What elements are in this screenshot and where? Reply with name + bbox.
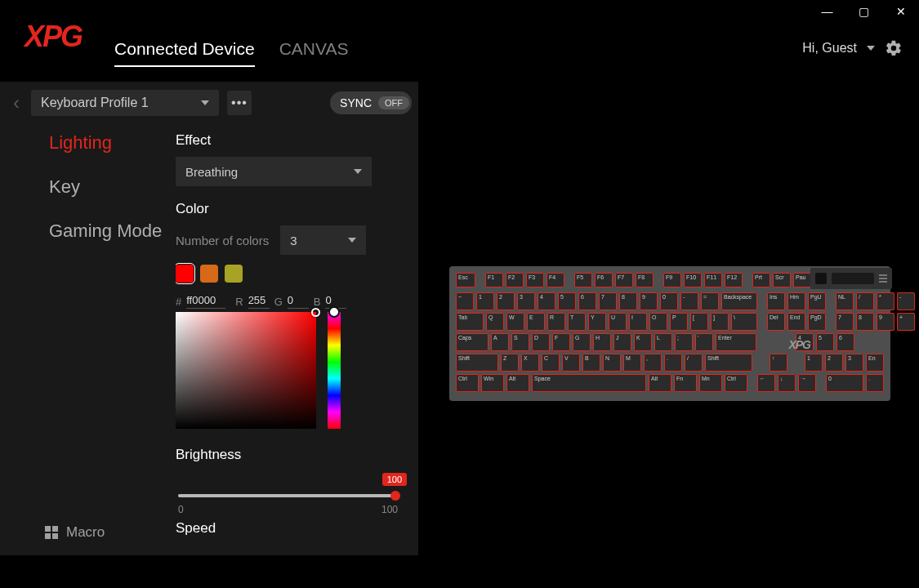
key-f7[interactable]: F7 xyxy=(615,273,633,287)
key-x[interactable]: X xyxy=(521,354,539,372)
key-f[interactable]: F xyxy=(552,333,570,351)
key-[interactable]: ' xyxy=(695,333,713,351)
key-f2[interactable]: F2 xyxy=(506,273,524,287)
key-mn[interactable]: Mn xyxy=(699,374,722,392)
back-icon[interactable]: ‹ xyxy=(13,91,20,114)
brightness-thumb[interactable] xyxy=(390,491,400,501)
key-pgu[interactable]: PgU xyxy=(808,292,826,310)
key-5[interactable]: 5 xyxy=(558,292,576,310)
key-u[interactable]: U xyxy=(609,313,627,331)
key-ctrl[interactable]: Ctrl xyxy=(456,374,479,392)
key-enter[interactable]: Enter xyxy=(716,333,756,351)
key-space[interactable]: Space xyxy=(532,374,646,392)
key-k[interactable]: K xyxy=(634,333,652,351)
key-f12[interactable]: F12 xyxy=(725,273,743,287)
key-o[interactable]: O xyxy=(649,313,667,331)
key-0[interactable]: 0 xyxy=(660,292,678,310)
key-[interactable]: , xyxy=(644,354,662,372)
key-l[interactable]: L xyxy=(654,333,672,351)
nav-gaming-mode[interactable]: Gaming Mode xyxy=(49,220,163,242)
key-a[interactable]: A xyxy=(491,333,509,351)
key-en[interactable]: En xyxy=(866,354,884,372)
key-e[interactable]: E xyxy=(527,313,545,331)
key-v[interactable]: V xyxy=(562,354,580,372)
key-g[interactable]: G xyxy=(573,333,591,351)
key-n[interactable]: N xyxy=(603,354,621,372)
hue-picker[interactable] xyxy=(328,312,341,429)
key-[interactable]: ~ xyxy=(456,292,474,310)
key-alt[interactable]: Alt xyxy=(506,374,529,392)
tab-canvas[interactable]: CANVAS xyxy=(279,39,349,67)
sv-handle[interactable] xyxy=(311,308,320,317)
key-6[interactable]: 6 xyxy=(578,292,596,310)
key-[interactable]: = xyxy=(701,292,719,310)
key-end[interactable]: End xyxy=(787,313,805,331)
key-[interactable]: . xyxy=(664,354,682,372)
effect-dropdown[interactable]: Breathing xyxy=(176,157,372,186)
settings-icon[interactable] xyxy=(885,39,903,57)
key-[interactable]: [ xyxy=(690,313,708,331)
key-esc[interactable]: Esc xyxy=(456,273,475,287)
numcolors-dropdown[interactable]: 3 xyxy=(280,225,366,255)
key-3[interactable]: 3 xyxy=(845,354,863,372)
key-f5[interactable]: F5 xyxy=(574,273,592,287)
key-scr[interactable]: Scr xyxy=(773,273,791,287)
key-h[interactable]: H xyxy=(593,333,611,351)
key-[interactable]: - xyxy=(680,292,698,310)
key-f6[interactable]: F6 xyxy=(595,273,613,287)
key-[interactable]: / xyxy=(685,354,703,372)
key-hm[interactable]: Hm xyxy=(787,292,805,310)
key-7[interactable]: 7 xyxy=(836,313,854,331)
key-y[interactable]: Y xyxy=(588,313,606,331)
key-pau[interactable]: Pau xyxy=(793,273,811,287)
key-backspace[interactable]: Backspace xyxy=(721,292,757,310)
key-[interactable]: → xyxy=(798,374,816,392)
close-button[interactable]: ✕ xyxy=(882,0,919,23)
key-[interactable]: * xyxy=(877,292,894,310)
key-t[interactable]: T xyxy=(568,313,586,331)
user-dropdown-icon[interactable] xyxy=(867,46,875,51)
key-8[interactable]: 8 xyxy=(856,313,874,331)
key-ctrl[interactable]: Ctrl xyxy=(725,374,747,392)
key-6[interactable]: 6 xyxy=(836,333,854,351)
brightness-slider[interactable]: 100 0 100 xyxy=(176,471,400,512)
key-z[interactable]: Z xyxy=(501,354,519,372)
key-r[interactable]: R xyxy=(547,313,565,331)
key-9[interactable]: 9 xyxy=(640,292,658,310)
key-pgd[interactable]: PgD xyxy=(808,313,826,331)
key-w[interactable]: W xyxy=(506,313,524,331)
g-input[interactable] xyxy=(288,294,309,309)
key-q[interactable]: Q xyxy=(486,313,504,331)
key-[interactable]: - xyxy=(897,292,915,310)
key-tab[interactable]: Tab xyxy=(456,313,484,331)
maximize-button[interactable]: ▢ xyxy=(845,0,882,23)
key-caps[interactable]: Caps xyxy=(456,333,488,351)
key-nl[interactable]: NL xyxy=(836,292,854,310)
key-j[interactable]: J xyxy=(613,333,631,351)
swatch-2[interactable] xyxy=(200,265,218,283)
key-4[interactable]: 4 xyxy=(538,292,555,310)
key-3[interactable]: 3 xyxy=(517,292,535,310)
key-ins[interactable]: Ins xyxy=(767,292,785,310)
key-win[interactable]: Win xyxy=(481,374,504,392)
minimize-button[interactable]: — xyxy=(809,0,845,23)
sync-toggle[interactable]: SYNC OFF xyxy=(330,91,412,114)
nav-macro[interactable]: Macro xyxy=(45,524,105,541)
tab-connected-device[interactable]: Connected Device xyxy=(114,39,255,67)
key-9[interactable]: 9 xyxy=(877,313,894,331)
key-i[interactable]: I xyxy=(629,313,647,331)
key-b[interactable]: B xyxy=(582,354,600,372)
key-8[interactable]: 8 xyxy=(619,292,637,310)
key-2[interactable]: 2 xyxy=(497,292,515,310)
key-[interactable]: / xyxy=(856,292,874,310)
key-2[interactable]: 2 xyxy=(825,354,843,372)
key-c[interactable]: C xyxy=(542,354,560,372)
key-0[interactable]: 0 xyxy=(826,374,863,392)
key-[interactable]: ↓ xyxy=(778,374,796,392)
r-input[interactable] xyxy=(248,294,270,309)
key-[interactable]: + xyxy=(897,313,915,331)
hex-input[interactable] xyxy=(186,294,225,309)
key-[interactable]: ] xyxy=(711,313,729,331)
key-[interactable]: \ xyxy=(731,313,757,331)
key-alt[interactable]: Alt xyxy=(649,374,671,392)
